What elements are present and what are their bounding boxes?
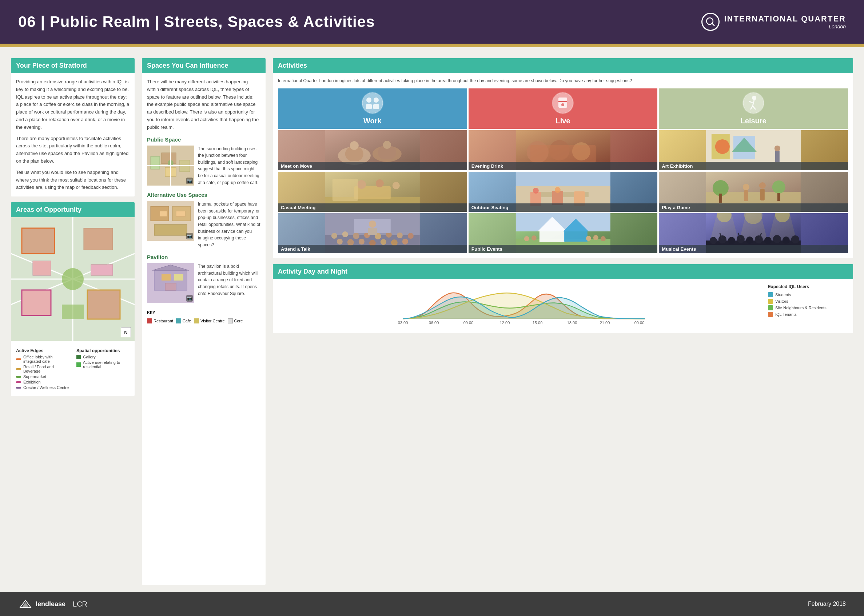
live-header: Live [468,88,658,129]
svg-point-130 [593,235,598,240]
spaces-section: Spaces You Can Influence There will be m… [142,58,265,585]
lcr-text: LCR [73,600,87,608]
key-cafe: Cafe [176,318,191,324]
svg-rect-42 [373,104,379,109]
svg-point-149 [791,236,799,244]
spaces-intro: There will be many different activities … [142,73,265,137]
stratford-para1: Providing an extensive range of activiti… [16,78,129,131]
legend-color-cafe [16,358,21,360]
legend-color-neighbours [768,305,773,310]
svg-text:18.00: 18.00 [567,321,577,325]
svg-point-114 [380,239,386,245]
spaces-list: Public Space [142,137,265,329]
legend-color-students [768,292,773,297]
svg-point-104 [353,233,360,239]
legend-color-visitors [768,299,773,304]
svg-point-140 [710,237,717,244]
page-wrapper: 06 | Public Realm | Streets, Spaces & Ac… [0,0,864,616]
public-space-row: 📷 The surrounding building uses, the jun… [147,146,261,186]
musical-events-label: Musical Events [659,245,848,253]
activities-intro-text: International Quarter London imagines lo… [278,77,848,84]
legend-item-creche: Creche / Wellness Centre [16,385,69,390]
map-area: N [11,217,135,341]
opportunity-section: Areas of Opportunity [11,202,135,396]
leisure-header: Leisure [659,88,848,129]
svg-rect-37 [165,283,176,290]
map-north-indicator: N [121,327,131,337]
svg-rect-95 [778,193,780,201]
svg-rect-30 [160,211,167,217]
svg-text:21.00: 21.00 [600,321,610,325]
svg-rect-34 [162,274,171,281]
svg-rect-8 [84,228,113,250]
svg-rect-124 [539,231,565,242]
card-musical-events: Musical Events [659,213,848,253]
svg-rect-35 [174,274,183,281]
gold-divider [0,44,864,47]
leisure-label: Leisure [741,117,767,125]
activities-intro: International Quarter London imagines lo… [273,73,853,88]
page-title: 06 | Public Realm | Streets, Spaces & Ac… [18,13,375,31]
svg-point-110 [337,239,343,245]
svg-rect-80 [333,179,358,201]
key-section: KEY Restaurant Cafe [147,309,261,324]
svg-point-78 [376,179,384,187]
legend-spatial: Spatial opportunities Gallery Active use… [76,348,129,391]
svg-rect-21 [151,156,160,169]
svg-text:03.00: 03.00 [398,321,408,325]
footer-logos: lendlease LCR [18,599,87,610]
svg-rect-14 [62,305,84,319]
svg-point-148 [782,237,790,244]
svg-rect-10 [87,290,120,319]
public-space-title: Public Space [147,137,261,143]
spaces-header: Spaces You Can Influence [142,58,265,73]
camera-icon-2: 📷 [186,233,193,239]
legend-color-creche [16,387,21,388]
svg-text:00.00: 00.00 [635,321,645,325]
svg-point-102 [331,233,337,239]
stratford-header: Your Piece of Stratford [11,58,135,73]
chart-area: 03.00 06.00 09.00 12.00 15.00 18.00 21.0… [278,284,761,328]
svg-point-112 [359,239,364,245]
legend-active-title: Active Edges [16,348,69,353]
live-icon [552,92,574,114]
right-column: Activities International Quarter London … [273,58,853,585]
opportunity-header: Areas of Opportunity [11,202,135,217]
svg-point-94 [772,181,785,193]
key-visitor: Visitor Centre [194,318,225,324]
svg-rect-97 [744,190,748,201]
alt-space-image: 📷 [147,201,194,241]
svg-point-46 [561,103,564,106]
work-icon-svg [361,92,383,114]
alt-space-row: 📷 Internal pockets of space have been se… [147,201,261,248]
play-game-label: Play a Game [659,203,848,212]
svg-point-77 [357,180,366,189]
svg-rect-126 [564,231,587,242]
pavilion-row: 📷 The pavilion is a bold architectural b… [147,263,261,303]
work-icon [361,92,383,114]
evening-drink-label: Evening Drink [468,162,658,170]
svg-point-39 [366,97,371,103]
pavilion-image: 📷 [147,263,194,303]
key-core: Core [228,318,243,324]
key-row: Restaurant Cafe Visitor Centre [147,318,261,324]
spaces-title: Spaces You Can Influence [147,62,261,69]
meet-on-move-label: Meet on Move [278,162,467,170]
svg-point-58 [350,141,359,150]
public-space-image: 📷 [147,146,194,185]
key-color-visitor [194,318,199,324]
svg-point-142 [728,237,735,244]
legend-spatial-title: Spatial opportunities [76,348,129,353]
map-legend: Active Edges Office lobby with integrate… [11,341,135,396]
legend-visitors: Visitors [768,299,848,304]
svg-text:15.00: 15.00 [533,321,543,325]
outdoor-seating-label: Outdoor Seating [468,203,658,212]
svg-point-79 [393,182,400,189]
svg-point-108 [397,233,403,238]
svg-text:12.00: 12.00 [500,321,510,325]
svg-rect-12 [91,264,113,275]
svg-point-144 [746,237,753,244]
key-color-cafe [176,318,181,324]
activity-cards-grid: Meet on Move [278,130,848,253]
svg-point-48 [752,96,756,100]
